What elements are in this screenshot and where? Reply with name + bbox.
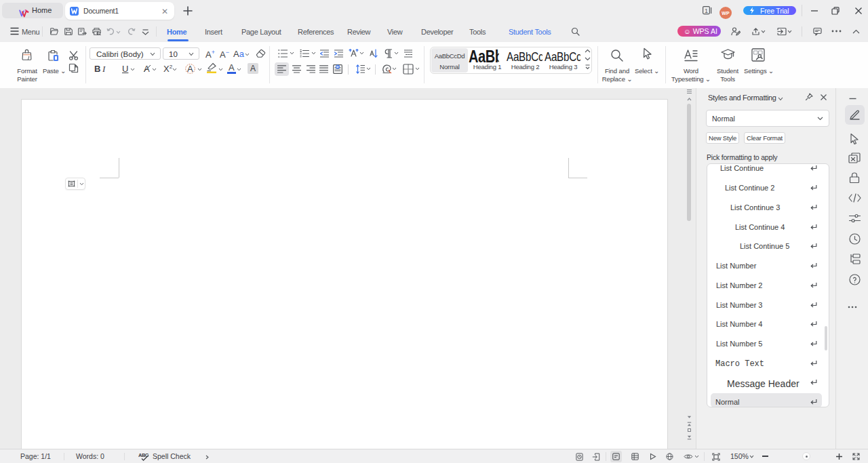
svg-text:ABC: ABC (138, 452, 149, 458)
svg-text:1: 1 (705, 7, 708, 14)
